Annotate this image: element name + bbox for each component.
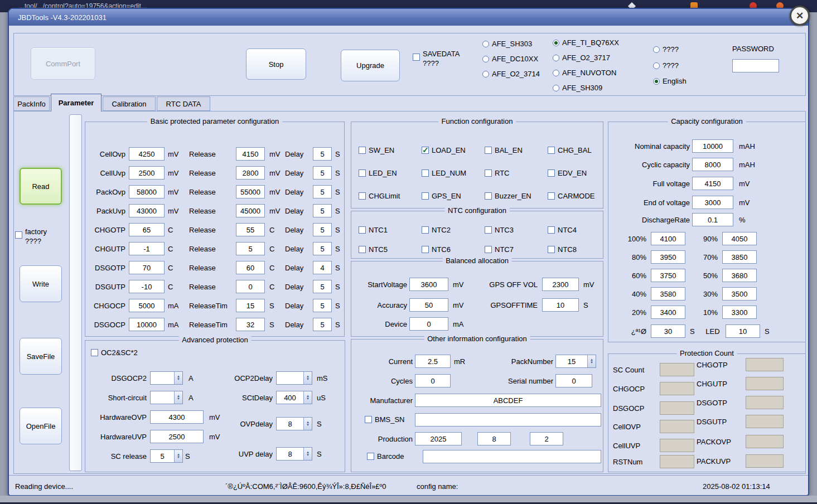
- commport-button[interactable]: CommPort: [31, 47, 95, 80]
- soc-10-input[interactable]: 3300: [722, 306, 757, 319]
- production-day-input[interactable]: 2: [530, 432, 563, 445]
- spinner-buttons[interactable]: [303, 372, 312, 384]
- checkbox-carmode[interactable]: CARMODE: [548, 192, 611, 200]
- packuvp-delay-input[interactable]: 5: [313, 204, 332, 217]
- chgocp-releasetime-input[interactable]: 15: [236, 299, 265, 312]
- bms-sn-checkbox[interactable]: BMS_SN: [365, 415, 404, 424]
- chgocp-delay-input[interactable]: 5: [313, 299, 332, 312]
- serial-number-input[interactable]: 0: [555, 374, 592, 387]
- checkbox-edv-en[interactable]: EDV_EN: [548, 169, 611, 177]
- current-input[interactable]: 2.5: [415, 355, 451, 368]
- checkbox-ntc1[interactable]: NTC1: [359, 226, 422, 234]
- soc-40-input[interactable]: 3580: [651, 287, 685, 301]
- manufacturer-input[interactable]: ABCDEF: [415, 394, 601, 407]
- chgotp-input[interactable]: 65: [129, 223, 165, 236]
- soc-70-input[interactable]: 3850: [722, 250, 757, 264]
- dsgocp-delay-input[interactable]: 5: [313, 318, 332, 331]
- startvoltage-input[interactable]: 3600: [409, 278, 448, 291]
- end-of-voltage-input[interactable]: 3000: [692, 196, 733, 209]
- checkbox-load-en[interactable]: LOAD_EN: [422, 146, 485, 154]
- dsgotp-input[interactable]: 70: [129, 261, 165, 274]
- password-input[interactable]: [732, 59, 779, 72]
- radio-afe-o2-3714[interactable]: AFE_O2_3714: [482, 70, 540, 78]
- soc-20-input[interactable]: 3400: [651, 306, 685, 319]
- checkbox-ntc8[interactable]: NTC8: [548, 245, 611, 254]
- checkbox-ntc7[interactable]: NTC7: [485, 245, 548, 254]
- ocp2delay-spinner[interactable]: [276, 371, 312, 385]
- soc-60-input[interactable]: 3750: [651, 269, 685, 282]
- accuracy-input[interactable]: 50: [409, 298, 448, 312]
- radio-afe-ti-bq76xx[interactable]: AFE_TI_BQ76XX: [553, 38, 619, 47]
- radio-lang-1[interactable]: ????: [653, 45, 679, 54]
- tab-rtc-data[interactable]: RTC DATA: [157, 96, 210, 111]
- spinner-buttons[interactable]: [303, 418, 312, 430]
- full-voltage-input[interactable]: 4150: [692, 177, 733, 190]
- checkbox-sw-en[interactable]: SW_EN: [359, 146, 422, 154]
- openfile-button[interactable]: OpenFile: [20, 408, 62, 444]
- checkbox-led-num[interactable]: LED_NUM: [422, 169, 485, 177]
- barcode-input[interactable]: [423, 450, 601, 463]
- checkbox-ntc4[interactable]: NTC4: [548, 226, 611, 234]
- celluvp-release-input[interactable]: 2800: [236, 166, 265, 180]
- soc-100-input[interactable]: 4100: [651, 232, 685, 245]
- barcode-checkbox[interactable]: Barcode: [367, 452, 404, 461]
- packovp-delay-input[interactable]: 5: [313, 185, 332, 198]
- packovp-input[interactable]: 58000: [129, 185, 165, 198]
- dsgocp2-spinner[interactable]: [150, 371, 183, 385]
- oc2sc2-checkbox[interactable]: OC2&SC*2: [91, 348, 138, 357]
- short-circuit-spinner[interactable]: [150, 391, 183, 404]
- savefile-button[interactable]: SaveFile: [20, 338, 62, 375]
- checkbox-ntc5[interactable]: NTC5: [359, 245, 422, 254]
- dsgocp-input[interactable]: 10000: [129, 318, 165, 331]
- checkbox-buzzer-en[interactable]: Buzzer_EN: [485, 192, 548, 200]
- read-button[interactable]: Read: [20, 168, 62, 205]
- checkbox-bal-en[interactable]: BAL_EN: [485, 146, 548, 154]
- upgrade-button[interactable]: Upgrade: [341, 50, 400, 81]
- checkbox-rtc[interactable]: RTC: [485, 169, 548, 177]
- celluvp-input[interactable]: 2500: [129, 166, 165, 180]
- checkbox-led-en[interactable]: LED_EN: [359, 169, 422, 177]
- soc-50-input[interactable]: 3680: [722, 269, 757, 282]
- vertical-scrollbar[interactable]: [69, 114, 82, 471]
- tab-calibration[interactable]: Calibration: [103, 96, 156, 111]
- dsgotp-release-input[interactable]: 60: [236, 261, 265, 274]
- production-month-input[interactable]: 8: [477, 432, 511, 445]
- soc-30-input[interactable]: 3500: [722, 287, 757, 301]
- sc-release-spinner[interactable]: 5: [150, 449, 183, 463]
- chgotp-release-input[interactable]: 55: [236, 223, 265, 236]
- hardwareuvp-input[interactable]: 2500: [150, 430, 204, 443]
- radio-afe-o2-3717[interactable]: AFE_O2_3717: [553, 54, 610, 62]
- cyclic-capacity-input[interactable]: 8000: [692, 158, 733, 171]
- checkbox-ntc3[interactable]: NTC3: [485, 226, 548, 234]
- close-button[interactable]: ✕: [790, 6, 810, 26]
- device-input[interactable]: 0: [409, 317, 448, 331]
- radio-afe-dc10xx[interactable]: AFE_DC10XX: [482, 55, 538, 63]
- write-button[interactable]: Write: [20, 265, 62, 302]
- cellovp-input[interactable]: 4250: [129, 147, 165, 161]
- soc-80-input[interactable]: 3950: [651, 250, 685, 264]
- ovpdelay-spinner[interactable]: 8: [276, 417, 312, 430]
- radio-afe-sh303[interactable]: AFE_SH303: [482, 40, 532, 48]
- checkbox-chglimit[interactable]: CHGLimit: [359, 192, 422, 200]
- cycles-input[interactable]: 0: [415, 374, 451, 387]
- chgutp-input[interactable]: -1: [129, 242, 165, 255]
- dsgutp-input[interactable]: -10: [129, 280, 165, 293]
- radio-afe-nuvoton[interactable]: AFE_NUVOTON: [553, 69, 616, 77]
- radio-english[interactable]: English: [653, 77, 687, 85]
- uvpdelay-spinner[interactable]: 8: [276, 447, 312, 461]
- gps-off-vol-input[interactable]: 2300: [542, 278, 579, 291]
- dsgotp-delay-input[interactable]: 4: [313, 261, 332, 274]
- cellovp-release-input[interactable]: 4150: [236, 147, 265, 161]
- led-time-input[interactable]: 10: [726, 324, 760, 338]
- spinner-buttons[interactable]: [174, 450, 182, 462]
- dsgocp-releasetime-input[interactable]: 32: [236, 318, 265, 331]
- spinner-buttons[interactable]: [303, 448, 312, 460]
- sctdelay-spinner[interactable]: 400: [276, 391, 312, 404]
- radio-lang-2[interactable]: ????: [653, 61, 679, 70]
- spinner-buttons[interactable]: [174, 372, 182, 384]
- chgotp-delay-input[interactable]: 5: [313, 223, 332, 236]
- checkbox-ntc6[interactable]: NTC6: [422, 245, 485, 254]
- switch-time-input[interactable]: 30: [651, 324, 685, 338]
- tab-parameter[interactable]: Parameter: [51, 94, 101, 112]
- dischargerate-input[interactable]: 0.1: [692, 213, 733, 226]
